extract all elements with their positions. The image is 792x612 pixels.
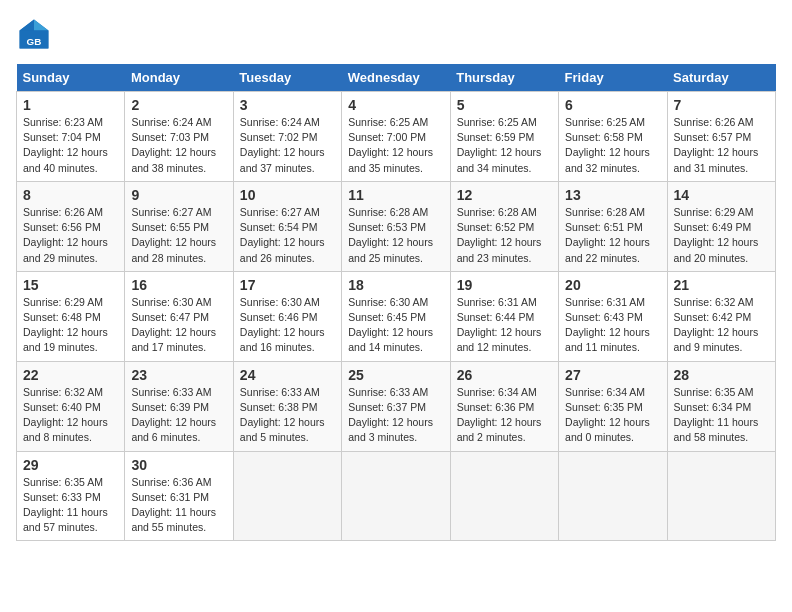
- day-info: Sunrise: 6:24 AMSunset: 7:02 PMDaylight:…: [240, 115, 335, 176]
- svg-marker-2: [20, 20, 34, 31]
- day-info: Sunrise: 6:23 AMSunset: 7:04 PMDaylight:…: [23, 115, 118, 176]
- calendar-cell: 28Sunrise: 6:35 AMSunset: 6:34 PMDayligh…: [667, 361, 775, 451]
- day-number: 12: [457, 187, 552, 203]
- calendar-cell: 7Sunrise: 6:26 AMSunset: 6:57 PMDaylight…: [667, 92, 775, 182]
- day-number: 30: [131, 457, 226, 473]
- calendar-cell: [450, 451, 558, 541]
- day-number: 15: [23, 277, 118, 293]
- day-info: Sunrise: 6:25 AMSunset: 7:00 PMDaylight:…: [348, 115, 443, 176]
- col-header-tuesday: Tuesday: [233, 64, 341, 92]
- day-info: Sunrise: 6:30 AMSunset: 6:45 PMDaylight:…: [348, 295, 443, 356]
- day-info: Sunrise: 6:33 AMSunset: 6:38 PMDaylight:…: [240, 385, 335, 446]
- day-number: 18: [348, 277, 443, 293]
- day-number: 8: [23, 187, 118, 203]
- day-info: Sunrise: 6:32 AMSunset: 6:42 PMDaylight:…: [674, 295, 769, 356]
- calendar-cell: 13Sunrise: 6:28 AMSunset: 6:51 PMDayligh…: [559, 181, 667, 271]
- day-number: 11: [348, 187, 443, 203]
- calendar-cell: 8Sunrise: 6:26 AMSunset: 6:56 PMDaylight…: [17, 181, 125, 271]
- week-row: 1Sunrise: 6:23 AMSunset: 7:04 PMDaylight…: [17, 92, 776, 182]
- day-number: 25: [348, 367, 443, 383]
- week-row: 29Sunrise: 6:35 AMSunset: 6:33 PMDayligh…: [17, 451, 776, 541]
- day-number: 21: [674, 277, 769, 293]
- col-header-wednesday: Wednesday: [342, 64, 450, 92]
- calendar-cell: 2Sunrise: 6:24 AMSunset: 7:03 PMDaylight…: [125, 92, 233, 182]
- day-info: Sunrise: 6:30 AMSunset: 6:47 PMDaylight:…: [131, 295, 226, 356]
- calendar-table: SundayMondayTuesdayWednesdayThursdayFrid…: [16, 64, 776, 541]
- day-info: Sunrise: 6:35 AMSunset: 6:33 PMDaylight:…: [23, 475, 118, 536]
- calendar-cell: 10Sunrise: 6:27 AMSunset: 6:54 PMDayligh…: [233, 181, 341, 271]
- day-number: 9: [131, 187, 226, 203]
- day-number: 14: [674, 187, 769, 203]
- day-info: Sunrise: 6:36 AMSunset: 6:31 PMDaylight:…: [131, 475, 226, 536]
- calendar-cell: [233, 451, 341, 541]
- day-info: Sunrise: 6:29 AMSunset: 6:49 PMDaylight:…: [674, 205, 769, 266]
- calendar-cell: 4Sunrise: 6:25 AMSunset: 7:00 PMDaylight…: [342, 92, 450, 182]
- day-info: Sunrise: 6:34 AMSunset: 6:35 PMDaylight:…: [565, 385, 660, 446]
- calendar-cell: 3Sunrise: 6:24 AMSunset: 7:02 PMDaylight…: [233, 92, 341, 182]
- day-number: 24: [240, 367, 335, 383]
- day-info: Sunrise: 6:28 AMSunset: 6:52 PMDaylight:…: [457, 205, 552, 266]
- day-number: 29: [23, 457, 118, 473]
- day-number: 22: [23, 367, 118, 383]
- logo-icon: GB: [16, 16, 52, 52]
- col-header-saturday: Saturday: [667, 64, 775, 92]
- day-info: Sunrise: 6:31 AMSunset: 6:44 PMDaylight:…: [457, 295, 552, 356]
- col-header-friday: Friday: [559, 64, 667, 92]
- day-number: 7: [674, 97, 769, 113]
- calendar-cell: 21Sunrise: 6:32 AMSunset: 6:42 PMDayligh…: [667, 271, 775, 361]
- calendar-cell: 23Sunrise: 6:33 AMSunset: 6:39 PMDayligh…: [125, 361, 233, 451]
- day-info: Sunrise: 6:28 AMSunset: 6:53 PMDaylight:…: [348, 205, 443, 266]
- svg-marker-1: [34, 20, 48, 31]
- day-number: 2: [131, 97, 226, 113]
- day-number: 23: [131, 367, 226, 383]
- week-row: 15Sunrise: 6:29 AMSunset: 6:48 PMDayligh…: [17, 271, 776, 361]
- day-info: Sunrise: 6:35 AMSunset: 6:34 PMDaylight:…: [674, 385, 769, 446]
- calendar-cell: 26Sunrise: 6:34 AMSunset: 6:36 PMDayligh…: [450, 361, 558, 451]
- day-number: 10: [240, 187, 335, 203]
- calendar-cell: 15Sunrise: 6:29 AMSunset: 6:48 PMDayligh…: [17, 271, 125, 361]
- week-row: 22Sunrise: 6:32 AMSunset: 6:40 PMDayligh…: [17, 361, 776, 451]
- calendar-cell: 29Sunrise: 6:35 AMSunset: 6:33 PMDayligh…: [17, 451, 125, 541]
- calendar-cell: 30Sunrise: 6:36 AMSunset: 6:31 PMDayligh…: [125, 451, 233, 541]
- day-info: Sunrise: 6:24 AMSunset: 7:03 PMDaylight:…: [131, 115, 226, 176]
- calendar-cell: [342, 451, 450, 541]
- calendar-cell: 12Sunrise: 6:28 AMSunset: 6:52 PMDayligh…: [450, 181, 558, 271]
- calendar-cell: [667, 451, 775, 541]
- col-header-sunday: Sunday: [17, 64, 125, 92]
- day-number: 26: [457, 367, 552, 383]
- day-number: 13: [565, 187, 660, 203]
- day-info: Sunrise: 6:31 AMSunset: 6:43 PMDaylight:…: [565, 295, 660, 356]
- page-header: GB: [16, 16, 776, 52]
- calendar-cell: 19Sunrise: 6:31 AMSunset: 6:44 PMDayligh…: [450, 271, 558, 361]
- day-info: Sunrise: 6:27 AMSunset: 6:54 PMDaylight:…: [240, 205, 335, 266]
- day-info: Sunrise: 6:32 AMSunset: 6:40 PMDaylight:…: [23, 385, 118, 446]
- calendar-cell: 27Sunrise: 6:34 AMSunset: 6:35 PMDayligh…: [559, 361, 667, 451]
- calendar-cell: 11Sunrise: 6:28 AMSunset: 6:53 PMDayligh…: [342, 181, 450, 271]
- col-header-monday: Monday: [125, 64, 233, 92]
- svg-text:GB: GB: [27, 36, 42, 47]
- day-info: Sunrise: 6:26 AMSunset: 6:57 PMDaylight:…: [674, 115, 769, 176]
- day-info: Sunrise: 6:28 AMSunset: 6:51 PMDaylight:…: [565, 205, 660, 266]
- calendar-cell: 17Sunrise: 6:30 AMSunset: 6:46 PMDayligh…: [233, 271, 341, 361]
- col-header-thursday: Thursday: [450, 64, 558, 92]
- day-number: 27: [565, 367, 660, 383]
- day-number: 28: [674, 367, 769, 383]
- day-number: 6: [565, 97, 660, 113]
- day-number: 3: [240, 97, 335, 113]
- day-info: Sunrise: 6:25 AMSunset: 6:59 PMDaylight:…: [457, 115, 552, 176]
- calendar-cell: 22Sunrise: 6:32 AMSunset: 6:40 PMDayligh…: [17, 361, 125, 451]
- day-number: 4: [348, 97, 443, 113]
- day-info: Sunrise: 6:29 AMSunset: 6:48 PMDaylight:…: [23, 295, 118, 356]
- calendar-cell: 20Sunrise: 6:31 AMSunset: 6:43 PMDayligh…: [559, 271, 667, 361]
- day-info: Sunrise: 6:33 AMSunset: 6:37 PMDaylight:…: [348, 385, 443, 446]
- calendar-cell: 14Sunrise: 6:29 AMSunset: 6:49 PMDayligh…: [667, 181, 775, 271]
- day-info: Sunrise: 6:25 AMSunset: 6:58 PMDaylight:…: [565, 115, 660, 176]
- calendar-cell: 9Sunrise: 6:27 AMSunset: 6:55 PMDaylight…: [125, 181, 233, 271]
- day-number: 5: [457, 97, 552, 113]
- day-number: 20: [565, 277, 660, 293]
- day-number: 1: [23, 97, 118, 113]
- calendar-cell: 6Sunrise: 6:25 AMSunset: 6:58 PMDaylight…: [559, 92, 667, 182]
- header-row: SundayMondayTuesdayWednesdayThursdayFrid…: [17, 64, 776, 92]
- day-number: 19: [457, 277, 552, 293]
- day-info: Sunrise: 6:27 AMSunset: 6:55 PMDaylight:…: [131, 205, 226, 266]
